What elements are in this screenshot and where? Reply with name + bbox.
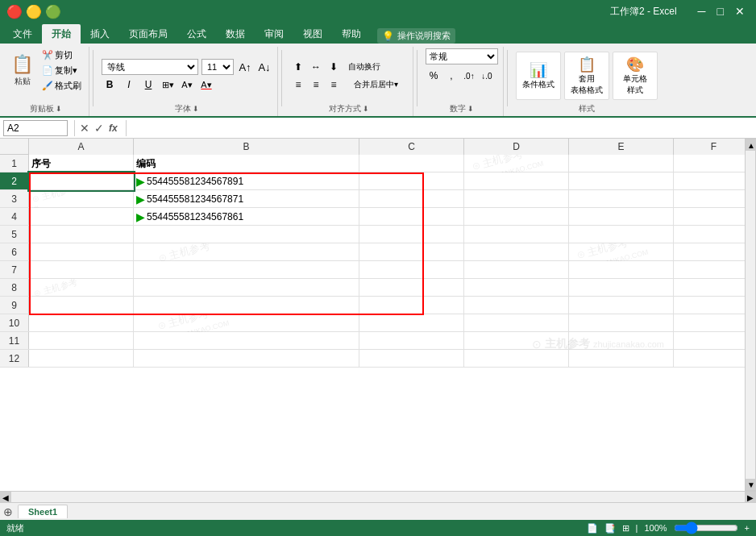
align-middle-button[interactable]: ↔ bbox=[308, 59, 324, 75]
cell-a6[interactable] bbox=[29, 243, 134, 261]
align-top-button[interactable]: ⬆ bbox=[290, 59, 306, 75]
row-num-12[interactable]: 12 bbox=[0, 350, 29, 367]
cell-f10[interactable] bbox=[674, 314, 745, 332]
font-color-button[interactable]: A▾ bbox=[198, 77, 214, 93]
font-name-select[interactable]: 等线 bbox=[102, 59, 198, 75]
cell-a7[interactable] bbox=[29, 261, 134, 279]
col-header-c[interactable]: C bbox=[359, 139, 464, 155]
tab-home[interactable]: 开始 bbox=[42, 24, 81, 44]
comma-button[interactable]: , bbox=[443, 68, 459, 84]
sheet-tab-1[interactable]: Sheet1 bbox=[18, 505, 68, 518]
cell-d4[interactable] bbox=[464, 208, 569, 226]
scroll-left-button[interactable]: ◀ bbox=[0, 492, 11, 503]
layout-page-icon[interactable]: 📑 bbox=[604, 523, 616, 534]
cell-d6[interactable] bbox=[464, 243, 569, 261]
cell-f12[interactable] bbox=[674, 350, 745, 368]
decrease-font-button[interactable]: A↓ bbox=[256, 59, 272, 75]
cell-a1[interactable]: 序号 bbox=[29, 155, 134, 172]
layout-normal-icon[interactable]: 📄 bbox=[587, 523, 598, 534]
col-header-d[interactable]: D bbox=[464, 139, 569, 155]
add-sheet-button[interactable]: ⊕ bbox=[3, 505, 13, 518]
formula-input[interactable] bbox=[130, 118, 753, 138]
row-num-11[interactable]: 11 bbox=[0, 332, 29, 349]
align-left-button[interactable]: ≡ bbox=[290, 77, 306, 93]
format-painter-button[interactable]: 🖌️格式刷 bbox=[39, 79, 84, 93]
cell-c5[interactable] bbox=[359, 226, 464, 243]
col-header-e[interactable]: E bbox=[569, 139, 674, 155]
fill-color-button[interactable]: A▾ bbox=[179, 77, 195, 93]
tab-insert[interactable]: 插入 bbox=[81, 24, 119, 44]
tab-help[interactable]: 帮助 bbox=[332, 24, 371, 44]
cell-c4[interactable] bbox=[359, 208, 464, 226]
cell-e6[interactable]: ⊙ 主机参考ZHUJICANKAO.COM bbox=[569, 243, 674, 261]
col-header-f[interactable]: F bbox=[674, 139, 745, 155]
tab-review[interactable]: 审阅 bbox=[255, 24, 293, 44]
row-num-4[interactable]: 4 bbox=[0, 208, 29, 225]
zoom-in-button[interactable]: + bbox=[745, 523, 750, 533]
cell-a2[interactable] bbox=[29, 172, 134, 190]
italic-button[interactable]: I bbox=[121, 77, 137, 93]
cell-b1[interactable]: 编码 bbox=[134, 155, 359, 172]
copy-button[interactable]: 📄复制▾ bbox=[39, 64, 84, 77]
cell-f1[interactable] bbox=[674, 155, 745, 172]
tab-file[interactable]: 文件 bbox=[3, 24, 42, 44]
row-num-7[interactable]: 7 bbox=[0, 261, 29, 278]
font-size-select[interactable]: 11 bbox=[201, 59, 234, 75]
cell-d7[interactable] bbox=[464, 261, 569, 279]
cell-a12[interactable] bbox=[29, 350, 134, 368]
tab-view[interactable]: 视图 bbox=[293, 24, 332, 44]
cell-b10[interactable]: ⊙ 主机参考ZHUJICANKAO.COM bbox=[134, 314, 359, 332]
cell-e5[interactable] bbox=[569, 226, 674, 243]
decrease-decimal-button[interactable]: ↓.0 bbox=[479, 68, 495, 84]
border-button[interactable]: ⊞▾ bbox=[160, 77, 176, 93]
row-num-6[interactable]: 6 bbox=[0, 243, 29, 260]
cell-c11[interactable] bbox=[359, 332, 464, 350]
cell-style-button[interactable]: 🎨 单元格样式 bbox=[613, 52, 658, 100]
cell-d12[interactable] bbox=[464, 350, 569, 368]
row-num-5[interactable]: 5 bbox=[0, 226, 29, 243]
cell-e12[interactable] bbox=[569, 350, 674, 368]
layout-break-icon[interactable]: ⊞ bbox=[622, 523, 629, 534]
cancel-formula-icon[interactable]: ✕ bbox=[78, 122, 91, 135]
bold-button[interactable]: B bbox=[102, 77, 118, 93]
cell-b12[interactable] bbox=[134, 350, 359, 368]
align-bottom-button[interactable]: ⬇ bbox=[326, 59, 342, 75]
cell-f3[interactable] bbox=[674, 190, 745, 208]
tab-formula[interactable]: 公式 bbox=[177, 24, 216, 44]
cell-a8[interactable]: ⊙ 主机参考 bbox=[29, 279, 134, 297]
cell-d9[interactable] bbox=[464, 297, 569, 314]
conditional-format-button[interactable]: 📊 条件格式 bbox=[516, 52, 561, 100]
scroll-right-button[interactable]: ▶ bbox=[745, 492, 756, 503]
row-num-9[interactable]: 9 bbox=[0, 297, 29, 314]
cell-b7[interactable] bbox=[134, 261, 359, 279]
cell-f7[interactable] bbox=[674, 261, 745, 279]
increase-decimal-button[interactable]: .0↑ bbox=[461, 68, 477, 84]
cell-c8[interactable] bbox=[359, 279, 464, 297]
cell-d10[interactable] bbox=[464, 314, 569, 332]
cell-f8[interactable] bbox=[674, 279, 745, 297]
cell-f2[interactable] bbox=[674, 172, 745, 190]
row-num-10[interactable]: 10 bbox=[0, 314, 29, 331]
row-num-8[interactable]: 8 bbox=[0, 279, 29, 296]
row-num-1[interactable]: 1 bbox=[0, 155, 29, 172]
name-box[interactable] bbox=[3, 120, 68, 136]
cell-c12[interactable] bbox=[359, 350, 464, 368]
cell-d5[interactable] bbox=[464, 226, 569, 243]
percent-button[interactable]: % bbox=[426, 68, 442, 84]
cell-a3[interactable]: ⊙ 主机参考 bbox=[29, 190, 134, 208]
cell-e7[interactable] bbox=[569, 261, 674, 279]
cell-e9[interactable] bbox=[569, 297, 674, 314]
cell-e4[interactable] bbox=[569, 208, 674, 226]
cell-a9[interactable] bbox=[29, 297, 134, 314]
cell-d2[interactable] bbox=[464, 172, 569, 190]
tab-page-layout[interactable]: 页面布局 bbox=[119, 24, 177, 44]
cell-d11[interactable] bbox=[464, 332, 569, 350]
cell-c6[interactable] bbox=[359, 243, 464, 261]
cell-c3[interactable] bbox=[359, 190, 464, 208]
cell-b6[interactable]: ⊙ 主机参考 bbox=[134, 243, 359, 261]
vertical-scrollbar[interactable]: ▲ ▼ bbox=[745, 139, 756, 491]
wrap-text-button[interactable]: 自动换行 bbox=[343, 59, 385, 75]
cell-f11[interactable] bbox=[674, 332, 745, 350]
cell-e1[interactable] bbox=[569, 155, 674, 172]
cell-f6[interactable] bbox=[674, 243, 745, 261]
